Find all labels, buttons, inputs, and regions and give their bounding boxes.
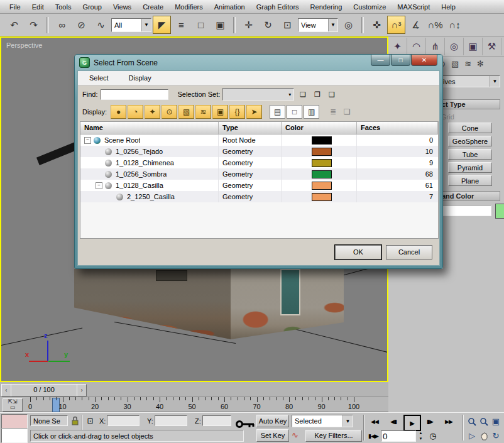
column-header-faces[interactable]: Faces [357,122,438,134]
cancel-button[interactable]: Cancel [386,245,432,260]
primitive-button-geosphere[interactable]: GeoSphere [448,136,492,146]
selection-region-button[interactable]: □ [192,16,210,34]
table-row[interactable]: 1_0256_SombraGeometry68 [80,168,438,180]
absolute-mode-icon[interactable]: ⊡ [84,415,96,427]
maximize-button[interactable]: □ [391,55,410,66]
previous-frame-arrow[interactable]: ‹ [1,384,11,397]
object-name-field[interactable] [440,205,491,216]
display-toggle-cameras[interactable]: ⊙ [162,105,177,119]
table-row[interactable]: −1_0128_CasillaGeometry61 [80,180,438,191]
time-slider-track[interactable]: ‹ 0 / 100 › [0,382,388,397]
chevron-down-icon[interactable]: ▾ [286,92,293,97]
zoom-extents-button[interactable]: ▣ [490,415,501,428]
selection-lock-icon[interactable] [71,416,79,427]
display-toggle-space-warps[interactable]: ≋ [195,105,211,119]
name-and-color-rollout-header[interactable]: and Color [437,191,500,201]
close-button[interactable]: ✕ [411,55,437,66]
maxscript-mini-listener[interactable] [1,429,28,443]
ok-button[interactable]: OK [335,245,381,260]
goto-start-button[interactable]: ◀◀ [367,415,382,428]
expand-collapse-toggle[interactable]: − [96,182,102,189]
menu-item-graph-editors[interactable]: Graph Editors [251,1,305,13]
menu-item-animation[interactable]: Animation [209,1,251,13]
reference-coordinate-system-dropdown[interactable]: View▼ [298,18,338,32]
find-input[interactable] [101,89,168,100]
primitives-dropdown[interactable]: ives ▼ [440,75,500,87]
table-row[interactable]: 1_0256_TejadoGeometry10 [80,146,438,157]
current-frame-field[interactable] [381,430,416,442]
object-color-swatch[interactable] [312,182,332,190]
key-mode-dropdown[interactable]: Selected ▼ [292,415,353,427]
display-toggle-shapes[interactable]: ◔ [128,105,143,119]
select-object-button[interactable]: ◤ [153,16,171,34]
select-children-button[interactable]: ❏ [341,106,353,118]
viewport-label[interactable]: Perspective [6,41,42,49]
column-header-color[interactable]: Color [282,122,357,134]
display-toggle-lights[interactable]: ✦ [145,105,160,119]
column-header-name[interactable]: Name [80,122,219,134]
track-bar[interactable]: ⇱⇲▭ 0102030405060708090100 [0,397,388,412]
tab-modify[interactable]: ◠ [407,38,426,55]
select-and-rotate-button[interactable]: ↻ [259,16,277,34]
display-none-button[interactable]: □ [287,105,302,119]
select-by-name-button[interactable]: ≡ [172,16,190,34]
auto-key-button[interactable]: Auto Key [256,415,289,427]
menu-item-group[interactable]: Group [77,1,107,13]
mini-curve-editor-icon[interactable]: ⇱⇲▭ [3,398,23,412]
tab-display[interactable]: ▣ [464,38,483,55]
menu-item-maxscript[interactable]: MAXScript [392,1,436,13]
minimize-button[interactable]: — [371,55,390,66]
chevron-down-icon[interactable]: ▼ [342,415,353,427]
next-frame-button[interactable]: ▮▶ [422,415,437,428]
display-all-button[interactable]: ▤ [270,105,285,119]
table-row[interactable]: 1_0128_ChimeneaGeometry9 [80,157,438,168]
display-toggle-groups[interactable]: ▣ [212,105,228,119]
unlink-selection-button[interactable]: ⊘ [72,16,90,34]
default-in-out-tangents-icon[interactable]: ∿ [292,430,299,440]
display-toggle-geometry[interactable]: ● [111,105,126,119]
tab-create[interactable]: ✦ [388,38,407,55]
display-toggle-bones[interactable]: ➤ [246,105,262,119]
next-frame-arrow[interactable]: › [77,384,87,397]
object-type-rollout-header[interactable]: ct Type [437,99,500,109]
expand-collapse-toggle[interactable]: − [84,137,91,144]
selection-set-dropdown[interactable]: ▾ [222,88,294,101]
bind-to-space-warp-button[interactable]: ∿ [92,16,110,34]
menu-item-edit[interactable]: Edit [26,1,50,13]
object-color-swatch[interactable] [312,159,332,167]
category-helpers-icon[interactable]: ▧ [451,59,459,68]
x-coordinate-field[interactable] [107,415,140,426]
menu-item-help[interactable]: Help [436,1,461,13]
z-coordinate-field[interactable] [202,415,231,426]
category-space-warps-icon[interactable]: ≋ [464,59,471,68]
tab-hierarchy[interactable]: ⋔ [426,38,445,55]
time-configuration-button[interactable]: ◷ [427,430,439,441]
object-color-swatch[interactable] [495,204,504,219]
object-color-swatch[interactable] [312,148,332,156]
menu-item-rendering[interactable]: Rendering [305,1,348,13]
y-coordinate-field[interactable] [155,415,187,426]
dialog-menu-display[interactable]: Display [123,72,158,84]
add-to-selection-set-button[interactable]: ❐ [311,88,323,101]
field-of-view-button[interactable]: ▷ [466,429,478,442]
time-slider-handle[interactable]: 0 / 100 [11,384,77,397]
display-invert-button[interactable]: ▥ [304,105,319,119]
select-and-scale-button[interactable]: ⊡ [278,16,297,34]
previous-frame-button[interactable]: ◀▮ [386,415,401,428]
undo-button[interactable]: ↶ [5,16,23,34]
column-header-type[interactable]: Type [219,122,282,134]
frame-spinner[interactable]: ▴ ▾ [417,430,424,441]
key-filters-button[interactable]: Key Filters... [305,430,362,442]
table-header[interactable]: NameTypeColorFaces [80,122,438,134]
select-and-move-button[interactable]: ✛ [239,16,258,34]
dialog-title-bar[interactable]: G Select From Scene — □ ✕ [75,55,442,70]
chevron-down-icon[interactable]: ▼ [141,19,151,31]
menu-item-tools[interactable]: Tools [50,1,77,13]
track-bar-ruler[interactable]: 0102030405060708090100 [25,397,385,412]
zoom-all-button[interactable] [478,415,490,428]
primitive-button-cone[interactable]: Cone [448,123,492,133]
tab-motion[interactable]: ◎ [445,38,464,55]
menu-item-views[interactable]: Views [107,1,137,13]
menu-item-modifiers[interactable]: Modifiers [169,1,209,13]
snaps-toggle-3d-button[interactable]: ∩³ [387,16,405,34]
